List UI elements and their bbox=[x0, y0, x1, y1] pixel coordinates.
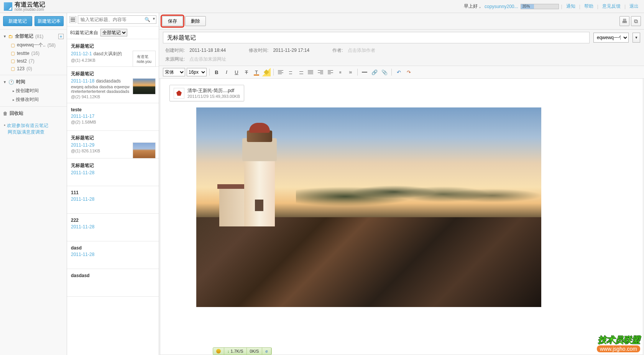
search-dropdown-icon[interactable]: ▼ bbox=[152, 17, 156, 21]
folder-item[interactable]: ▢123 (0) bbox=[3, 65, 64, 73]
help-link[interactable]: 帮助 bbox=[584, 3, 593, 10]
note-item[interactable]: teste 2011-11-17 @(2) 1.58MB bbox=[67, 103, 159, 131]
greeting: 早上好， bbox=[464, 3, 482, 10]
file-icon: ▢ bbox=[11, 66, 15, 71]
all-notes-header[interactable]: ▼ 🗀 全部笔记 (81) + bbox=[3, 32, 64, 41]
indent-icon[interactable] bbox=[316, 68, 325, 76]
link-icon[interactable]: 🔗 bbox=[370, 68, 379, 76]
logo-title: 有道云笔记 bbox=[15, 2, 45, 8]
align-center-icon[interactable] bbox=[286, 68, 295, 76]
note-thumbnail: 有道笔 note.you bbox=[133, 51, 156, 67]
bold-icon[interactable]: B bbox=[212, 68, 221, 76]
modified-label: 修改时间: bbox=[249, 48, 268, 53]
folder-item[interactable]: ▢eqwewq一个.. (58) bbox=[3, 41, 64, 50]
redo-icon[interactable]: ↷ bbox=[404, 68, 413, 76]
note-item[interactable]: dasdasd bbox=[67, 269, 159, 297]
survey-link[interactable]: •欢迎参加有道云笔记 网页版满意度调查 bbox=[0, 120, 67, 138]
storage-progress: 35% bbox=[521, 4, 559, 9]
logout-link[interactable]: 退出 bbox=[629, 3, 639, 10]
logo[interactable]: 有道云笔记 note.youdao.com bbox=[4, 2, 45, 12]
highlight-icon[interactable] bbox=[262, 68, 271, 76]
note-item[interactable]: 无标题笔记 2011-11-18dasdasdads ewqeq adsdsa … bbox=[67, 67, 159, 103]
add-folder-icon[interactable]: + bbox=[58, 34, 64, 39]
notebook-select[interactable]: eqwewq一个... bbox=[593, 33, 629, 43]
new-note-button[interactable]: 新建笔记 bbox=[3, 16, 32, 26]
font-size-select[interactable]: 16px bbox=[187, 68, 207, 76]
note-thumbnail bbox=[133, 142, 156, 159]
search-icon[interactable]: 🔍 bbox=[145, 17, 150, 22]
attachment-info: 2011/11/29 15:49,393.00KB bbox=[187, 94, 240, 99]
note-item[interactable]: 111 2011-11-28 bbox=[67, 186, 159, 214]
file-icon: ▢ bbox=[11, 51, 15, 56]
logo-icon bbox=[4, 2, 12, 11]
filter-select[interactable]: 全部笔记 bbox=[100, 29, 127, 36]
unordered-list-icon[interactable]: ⁝≡ bbox=[346, 68, 355, 76]
rich-toolbar: 宋体 16px B I U T T ≡ ⁝≡ 🔗 📎 ↶ ↷ bbox=[159, 66, 644, 79]
print-icon[interactable]: 🖶 bbox=[619, 16, 629, 26]
author-label: 作者: bbox=[332, 48, 343, 53]
popout-icon[interactable]: ⧉ bbox=[631, 16, 641, 26]
italic-icon[interactable]: I bbox=[222, 68, 231, 76]
note-thumbnail bbox=[133, 78, 156, 94]
collapse-icon: ▼ bbox=[3, 35, 7, 38]
font-select[interactable]: 宋体 bbox=[163, 68, 185, 76]
download-bar: ↓1.7K/S 0K/S e bbox=[213, 347, 272, 355]
strike-icon[interactable]: T bbox=[242, 68, 251, 76]
align-justify-icon[interactable] bbox=[306, 68, 315, 76]
align-left-icon[interactable] bbox=[276, 68, 285, 76]
progress-text: 35% bbox=[522, 4, 530, 8]
text-color-icon[interactable]: T bbox=[252, 68, 261, 76]
source-label: 来源网址: bbox=[165, 56, 185, 62]
undo-icon[interactable]: ↶ bbox=[394, 68, 403, 76]
note-item[interactable]: 无标题笔记 2011-11-29 @(1) 826.11KB bbox=[67, 131, 159, 159]
created-value: 2011-11-18 18:44 bbox=[189, 48, 226, 53]
folder-item[interactable]: ▢testtte (16) bbox=[3, 50, 64, 57]
notebook-dropdown-icon[interactable]: ▼ bbox=[632, 33, 640, 43]
pdf-icon bbox=[174, 88, 184, 99]
save-button[interactable]: 保存 bbox=[162, 16, 183, 26]
align-right-icon[interactable] bbox=[296, 68, 305, 76]
logo-subtitle: note.youdao.com bbox=[15, 8, 45, 12]
file-icon: ▢ bbox=[11, 43, 15, 48]
download-app-icon bbox=[216, 349, 221, 353]
editor-column: 保存 删除 🖶 ⧉ eqwewq一个... ▼ 创建时间:2011-11-18 … bbox=[159, 13, 644, 355]
delete-button[interactable]: 删除 bbox=[185, 16, 206, 26]
attachment-filename: 清华-王新民-简历....pdf bbox=[187, 88, 240, 94]
time-by-modify[interactable]: ▸ 按修改时间 bbox=[3, 95, 64, 104]
note-title-input[interactable] bbox=[163, 32, 590, 43]
embedded-image bbox=[196, 107, 541, 307]
browser-icon: e bbox=[265, 349, 268, 353]
watermark: 技术员联盟 www.jsgho.com bbox=[597, 334, 640, 352]
new-notebook-button[interactable]: 新建笔记本 bbox=[34, 16, 64, 26]
username-link[interactable]: copysunny200... bbox=[485, 4, 518, 9]
ordered-list-icon[interactable]: ≡ bbox=[336, 68, 345, 76]
notify-link[interactable]: 通知 bbox=[566, 3, 575, 10]
notes-column: 🔍 ▼ 81篇笔记来自 全部笔记 无标题笔记 2011-12-1dasd大讽刺的… bbox=[67, 13, 159, 355]
file-icon: ▢ bbox=[11, 58, 15, 64]
source-placeholder[interactable]: 点击添加来源网址 bbox=[189, 56, 226, 62]
attachment-icon[interactable]: 📎 bbox=[380, 68, 389, 76]
down-arrow-icon: ↓ bbox=[227, 349, 230, 353]
time-header[interactable]: ▼ 🕐 时间 bbox=[3, 78, 64, 86]
note-item[interactable]: 222 2011-11-28 bbox=[67, 214, 159, 241]
hr-icon[interactable] bbox=[360, 68, 369, 76]
author-placeholder[interactable]: 点击添加作者 bbox=[348, 48, 375, 53]
underline-icon[interactable]: U bbox=[232, 68, 241, 76]
recycle-bin[interactable]: 🗑 回收站 bbox=[3, 109, 64, 118]
note-item[interactable]: dasd 2011-11-28 bbox=[67, 241, 159, 269]
modified-value: 2011-11-29 17:14 bbox=[273, 48, 309, 53]
feedback-link[interactable]: 意见反馈 bbox=[602, 3, 621, 10]
editor-body[interactable]: 清华-王新民-简历....pdf 2011/11/29 15:49,393.00… bbox=[160, 79, 643, 355]
attachment-box[interactable]: 清华-王新民-简历....pdf 2011/11/29 15:49,393.00… bbox=[169, 85, 244, 101]
filter-label: 81篇笔记来自 bbox=[70, 30, 98, 36]
note-item[interactable]: 无标题笔记 2011-11-28 bbox=[67, 159, 159, 186]
outdent-icon[interactable] bbox=[326, 68, 335, 76]
created-label: 创建时间: bbox=[165, 48, 185, 53]
time-by-create[interactable]: ▸ 按创建时间 bbox=[3, 86, 64, 95]
collapse-icon: ▼ bbox=[3, 80, 7, 84]
folder-item[interactable]: ▢test2 (7) bbox=[3, 57, 64, 65]
list-view-icon[interactable] bbox=[69, 16, 76, 23]
note-item[interactable]: 无标题笔记 2011-12-1dasd大讽刺的 @(1) 4.23KB 有道笔 … bbox=[67, 39, 159, 67]
trash-icon: 🗑 bbox=[3, 111, 8, 116]
folder-icon: 🗀 bbox=[8, 34, 13, 39]
